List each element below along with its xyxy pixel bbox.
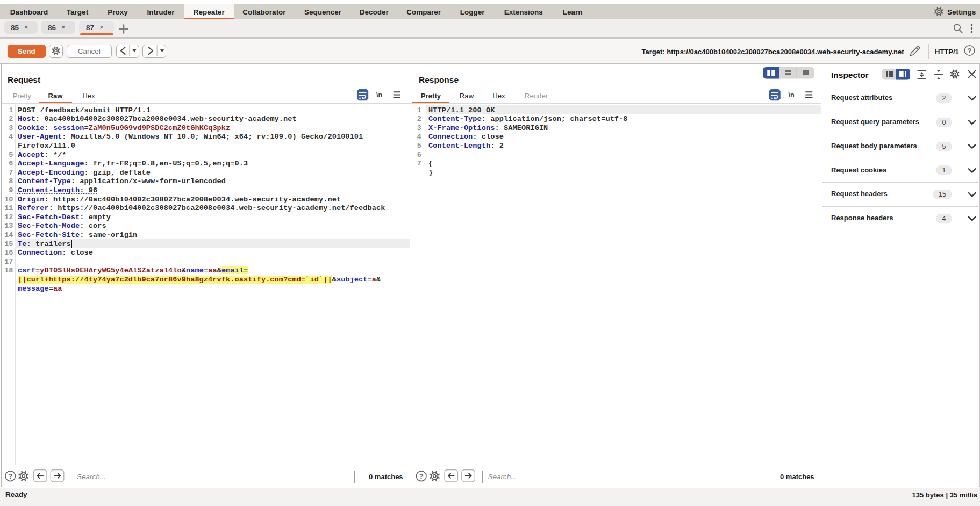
svg-text:?: ? (968, 47, 972, 55)
svg-text:?: ? (8, 472, 12, 480)
svg-text:?: ? (419, 472, 424, 480)
